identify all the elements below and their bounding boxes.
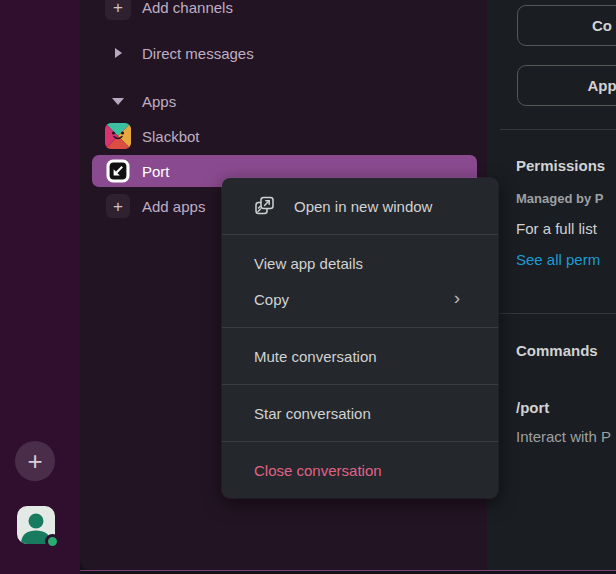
sidebar-item-slackbot[interactable]: Slackbot: [80, 120, 487, 152]
sidebar-section-apps[interactable]: Apps: [80, 85, 487, 117]
divider: [500, 129, 616, 130]
permissions-description: For a full list: [516, 220, 597, 237]
managed-by-text: Managed by P: [516, 191, 603, 206]
sidebar-section-direct-messages[interactable]: Direct messages: [80, 37, 487, 69]
plus-icon: +: [106, 194, 130, 218]
submenu-chevron-icon: ›: [454, 287, 460, 309]
sidebar-item-label: Slackbot: [142, 128, 200, 145]
plus-icon: +: [27, 448, 42, 474]
sidebar-section-label: Direct messages: [142, 45, 254, 62]
menu-item-mute-conversation[interactable]: Mute conversation: [222, 338, 498, 374]
menu-item-view-app-details[interactable]: View app details: [222, 245, 498, 281]
permissions-heading: Permissions: [516, 157, 605, 174]
menu-item-star-conversation[interactable]: Star conversation: [222, 395, 498, 431]
plus-icon: +: [105, 0, 131, 20]
menu-item-copy[interactable]: Copy ›: [222, 281, 498, 317]
command-name: /port: [516, 399, 549, 416]
sidebar-item-label: Port: [142, 163, 170, 180]
app-details-panel: Co App Permissions Managed by P For a fu…: [487, 0, 616, 570]
create-new-button[interactable]: +: [15, 441, 55, 481]
command-description: Interact with P: [516, 428, 611, 445]
divider: [500, 313, 616, 314]
commands-heading: Commands: [516, 342, 598, 359]
sidebar-section-label: Apps: [142, 93, 176, 110]
see-all-permissions-link[interactable]: See all perm: [516, 251, 600, 268]
sidebar-item-label: Add channels: [142, 0, 233, 16]
workspace-rail: +: [0, 0, 80, 574]
app-details-button[interactable]: App: [517, 65, 616, 106]
slack-window: + + Add channels: [0, 0, 616, 574]
context-menu: Open in new window View app details Copy…: [222, 178, 498, 498]
user-avatar[interactable]: [17, 506, 55, 544]
open-in-new-window-icon: [254, 196, 276, 216]
chevron-right-icon: [115, 48, 122, 58]
sidebar-item-label: Add apps: [142, 198, 205, 215]
slackbot-app-icon: [105, 123, 131, 149]
sidebar-item-add-channels[interactable]: + Add channels: [80, 0, 487, 23]
chevron-down-icon: [112, 98, 124, 105]
menu-item-open-in-new-window[interactable]: Open in new window: [222, 188, 498, 224]
presence-active-icon: [45, 534, 60, 549]
configure-button[interactable]: Co: [517, 5, 616, 46]
port-app-icon: [106, 159, 130, 183]
menu-item-close-conversation[interactable]: Close conversation: [222, 452, 498, 488]
